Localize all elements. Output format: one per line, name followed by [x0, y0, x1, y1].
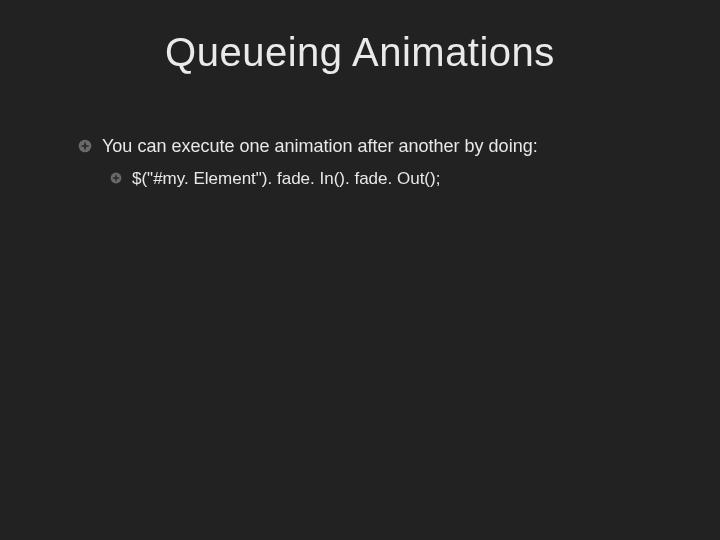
bullet-icon	[78, 139, 92, 153]
sub-bullet-item: $("#my. Element"). fade. In(). fade. Out…	[78, 168, 720, 190]
bullet-item: You can execute one animation after anot…	[78, 135, 720, 158]
slide: Queueing Animations You can execute one …	[0, 0, 720, 540]
slide-title: Queueing Animations	[0, 30, 720, 75]
bullet-text: You can execute one animation after anot…	[102, 135, 538, 158]
bullet-icon	[110, 172, 122, 184]
slide-content: You can execute one animation after anot…	[0, 135, 720, 190]
sub-bullet-text: $("#my. Element"). fade. In(). fade. Out…	[132, 168, 440, 190]
